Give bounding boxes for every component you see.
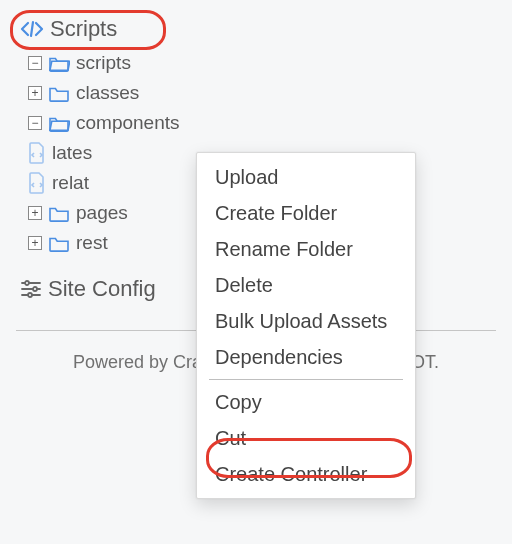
menu-copy[interactable]: Copy xyxy=(197,384,415,420)
menu-dependencies[interactable]: Dependencies xyxy=(197,339,415,375)
svg-line-0 xyxy=(31,22,33,36)
menu-cut[interactable]: Cut xyxy=(197,420,415,456)
tree-node-classes-label: classes xyxy=(76,82,139,104)
tree-node-rest-label: rest xyxy=(76,232,108,254)
section-scripts[interactable]: Scripts xyxy=(0,12,512,48)
script-file-icon xyxy=(28,172,46,194)
menu-create-folder[interactable]: Create Folder xyxy=(197,195,415,231)
tree-node-components[interactable]: − components xyxy=(28,108,512,138)
tree-file-latest-label: lates xyxy=(52,142,92,164)
expander-components[interactable]: − xyxy=(28,116,42,130)
expander-classes[interactable]: + xyxy=(28,86,42,100)
expander-scripts[interactable]: − xyxy=(28,56,42,70)
menu-bulk-upload[interactable]: Bulk Upload Assets xyxy=(197,303,415,339)
menu-create-controller[interactable]: Create Controller xyxy=(197,456,415,492)
folder-open-icon xyxy=(48,114,70,132)
footer-text-1a: Powered by Craft xyxy=(73,352,212,372)
section-site-config-label: Site Config xyxy=(48,276,156,302)
menu-separator xyxy=(209,379,403,380)
tree-file-related-label: relat xyxy=(52,172,89,194)
section-scripts-label: Scripts xyxy=(50,16,117,42)
folder-icon xyxy=(48,204,70,222)
code-icon xyxy=(20,19,44,39)
tree-node-classes[interactable]: + classes xyxy=(28,78,512,108)
menu-delete[interactable]: Delete xyxy=(197,267,415,303)
menu-upload[interactable]: Upload xyxy=(197,159,415,195)
folder-icon xyxy=(48,84,70,102)
context-menu: Upload Create Folder Rename Folder Delet… xyxy=(196,152,416,499)
tree-node-pages-label: pages xyxy=(76,202,128,224)
folder-icon xyxy=(48,234,70,252)
expander-pages[interactable]: + xyxy=(28,206,42,220)
tree-node-scripts[interactable]: − scripts xyxy=(28,48,512,78)
expander-rest[interactable]: + xyxy=(28,236,42,250)
svg-point-2 xyxy=(25,281,29,285)
script-file-icon xyxy=(28,142,46,164)
folder-open-icon xyxy=(48,54,70,72)
tree-node-components-label: components xyxy=(76,112,180,134)
tree-node-scripts-label: scripts xyxy=(76,52,131,74)
svg-point-6 xyxy=(28,293,32,297)
svg-point-4 xyxy=(33,287,37,291)
sliders-icon xyxy=(20,279,42,299)
menu-rename-folder[interactable]: Rename Folder xyxy=(197,231,415,267)
